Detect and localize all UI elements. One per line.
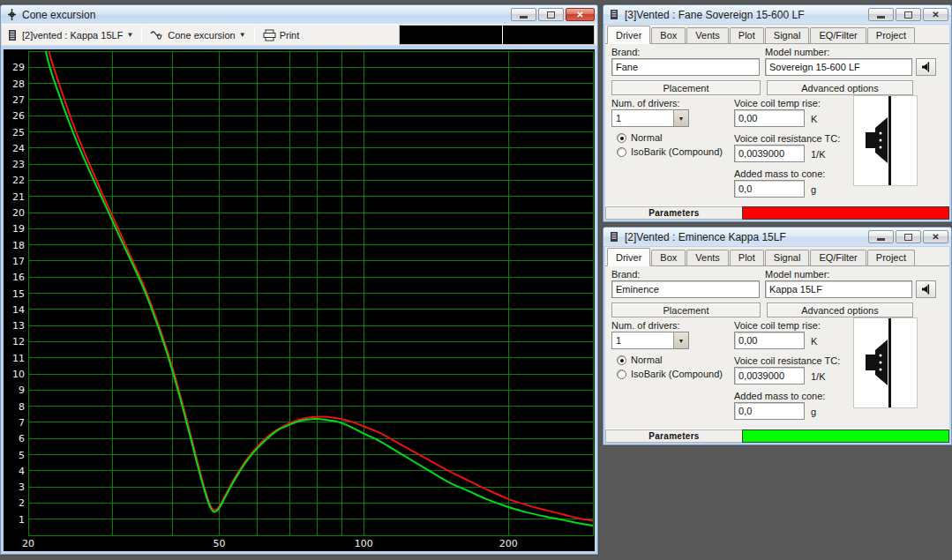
driver-icon xyxy=(8,29,19,41)
advanced-options-button[interactable]: Advanced options xyxy=(767,80,913,95)
parameters-status-label[interactable]: Parameters xyxy=(605,206,742,220)
vc-res-label: Voice coil resistance TC: xyxy=(734,355,840,366)
num-drivers-select[interactable]: 1 ▼ xyxy=(611,109,689,127)
svg-text:25: 25 xyxy=(12,127,25,138)
svg-text:7: 7 xyxy=(19,417,25,429)
waveform-icon xyxy=(150,30,164,41)
radio-isobarik[interactable]: IsoBarik (Compound) xyxy=(617,146,723,157)
combo-dropdown-button[interactable]: ▼ xyxy=(673,110,688,126)
close-icon: ✕ xyxy=(932,11,939,19)
tab-bar: Driver Box Vents Plot Signal EQ/Filter P… xyxy=(605,247,949,266)
svg-text:6: 6 xyxy=(19,433,25,444)
vc-res-unit: 1/K xyxy=(811,371,826,382)
window-titlebar[interactable]: [3]Vented : Fane Sovereign 15-600 LF ✕ xyxy=(603,5,951,24)
combo-dropdown-button[interactable]: ▼ xyxy=(673,332,688,348)
vc-temp-input[interactable]: 0,00 xyxy=(734,109,805,127)
svg-text:19: 19 xyxy=(12,223,25,235)
added-mass-input[interactable]: 0,0 xyxy=(734,180,805,198)
legend-readout-panels xyxy=(399,25,595,45)
svg-text:100: 100 xyxy=(355,538,373,549)
brand-label: Brand: xyxy=(611,47,640,57)
added-mass-unit: g xyxy=(811,407,816,417)
brand-input[interactable]: Fane xyxy=(611,58,760,76)
placement-button[interactable]: Placement xyxy=(611,80,761,95)
legend-readout-1 xyxy=(400,26,502,44)
minimize-icon xyxy=(877,238,885,241)
advanced-options-button[interactable]: Advanced options xyxy=(767,302,913,317)
vc-res-input[interactable]: 0,0039000 xyxy=(734,367,805,385)
parameters-status-label[interactable]: Parameters xyxy=(605,429,742,443)
added-mass-label: Added mass to cone: xyxy=(734,391,825,401)
svg-text:13: 13 xyxy=(12,320,25,332)
window-title: [2]Vented : Eminence Kappa 15LF xyxy=(625,231,868,243)
model-number-input[interactable]: Sovereign 15-600 LF xyxy=(765,58,912,76)
plot-toolbar: [2]vented : Kappa 15LF ▼ Cone excursion … xyxy=(1,24,597,46)
speaker-icon xyxy=(920,62,932,72)
close-button[interactable]: ✕ xyxy=(566,8,595,21)
tab-box[interactable]: Box xyxy=(651,27,686,43)
tab-box[interactable]: Box xyxy=(651,250,686,265)
restore-button[interactable] xyxy=(896,230,921,243)
svg-text:50: 50 xyxy=(214,538,226,549)
minimize-icon xyxy=(520,16,528,19)
svg-text:24: 24 xyxy=(12,143,25,154)
minimize-button[interactable] xyxy=(868,8,894,21)
vc-temp-unit: K xyxy=(811,114,817,124)
svg-text:200: 200 xyxy=(499,538,518,549)
tab-vents[interactable]: Vents xyxy=(686,27,729,43)
tab-eq-filter[interactable]: EQ/Filter xyxy=(810,250,866,265)
radio-normal[interactable]: Normal xyxy=(617,355,662,365)
parameters-progress xyxy=(742,429,949,443)
graph-select-dropdown[interactable]: Cone excursion ▼ xyxy=(146,25,250,45)
radio-isobarik[interactable]: IsoBarik (Compound) xyxy=(617,369,723,379)
tab-project[interactable]: Project xyxy=(867,27,915,43)
close-button[interactable]: ✕ xyxy=(923,8,948,21)
radio-normal[interactable]: Normal xyxy=(617,132,662,143)
vc-res-input[interactable]: 0,0039000 xyxy=(734,145,805,162)
vc-temp-input[interactable]: 0,00 xyxy=(734,332,805,349)
driver-select-dropdown[interactable]: [2]vented : Kappa 15LF ▼ xyxy=(4,25,138,45)
speaker-mute-button[interactable] xyxy=(916,280,936,298)
svg-text:2: 2 xyxy=(19,497,25,509)
tab-signal[interactable]: Signal xyxy=(765,250,810,265)
close-button[interactable]: ✕ xyxy=(923,230,948,243)
plot-window: Cone excursion ✕ [2]vented : Kappa 15LF … xyxy=(0,4,598,555)
model-number-input[interactable]: Kappa 15LF xyxy=(765,280,912,298)
tab-bar: Driver Box Vents Plot Signal EQ/Filter P… xyxy=(605,25,949,44)
cone-excursion-chart[interactable]: 1234567891011121314151617181920212223242… xyxy=(4,49,595,551)
num-drivers-select[interactable]: 1 ▼ xyxy=(611,332,689,349)
tab-driver[interactable]: Driver xyxy=(607,248,650,266)
tab-vents[interactable]: Vents xyxy=(686,250,729,265)
minimize-button[interactable] xyxy=(868,230,894,243)
minimize-button[interactable] xyxy=(511,8,536,21)
close-icon: ✕ xyxy=(932,233,939,242)
tab-driver[interactable]: Driver xyxy=(607,26,650,44)
num-drivers-label: Num. of drivers: xyxy=(611,98,680,108)
window-titlebar[interactable]: [2]Vented : Eminence Kappa 15LF ✕ xyxy=(603,228,951,246)
speaker-mute-button[interactable] xyxy=(916,58,936,76)
svg-text:20: 20 xyxy=(12,207,25,219)
tab-plot[interactable]: Plot xyxy=(730,27,764,43)
restore-button[interactable] xyxy=(896,8,921,21)
svg-text:26: 26 xyxy=(12,110,25,122)
legend-readout-2 xyxy=(503,26,594,44)
model-number-label: Model number: xyxy=(765,269,829,280)
tab-eq-filter[interactable]: EQ/Filter xyxy=(810,27,866,43)
status-bar: Parameters xyxy=(605,429,949,443)
tab-signal[interactable]: Signal xyxy=(765,27,810,43)
placement-button[interactable]: Placement xyxy=(611,302,761,317)
status-bar: Parameters xyxy=(605,205,949,220)
brand-input[interactable]: Eminence xyxy=(611,280,760,298)
plot-window-titlebar[interactable]: Cone excursion ✕ xyxy=(1,5,597,24)
svg-text:23: 23 xyxy=(12,159,25,170)
radio-dot xyxy=(617,147,626,157)
added-mass-input[interactable]: 0,0 xyxy=(734,402,805,420)
restore-button[interactable] xyxy=(538,8,564,21)
svg-text:21: 21 xyxy=(12,191,25,203)
tab-plot[interactable]: Plot xyxy=(730,250,764,265)
printer-icon xyxy=(263,29,276,41)
chevron-down-icon: ▼ xyxy=(678,338,685,344)
tab-project[interactable]: Project xyxy=(867,250,915,265)
print-button[interactable]: Print xyxy=(259,25,304,45)
driver-cross-section-image xyxy=(853,95,918,186)
